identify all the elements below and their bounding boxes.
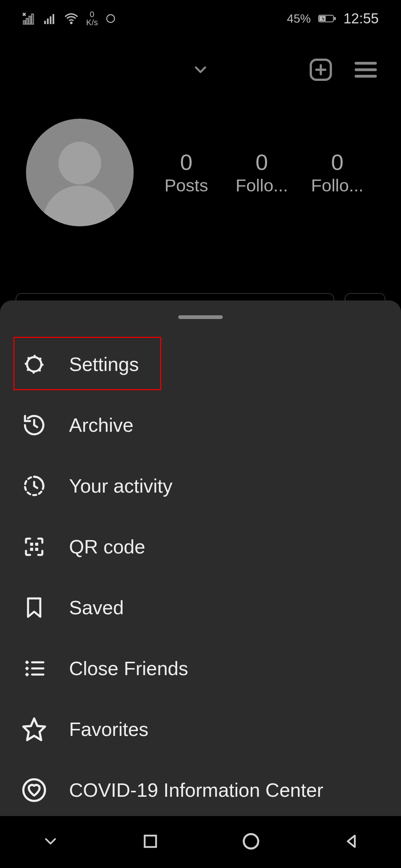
qr-code-icon xyxy=(21,533,48,560)
status-time: 12:55 xyxy=(343,11,379,27)
signal-nosim-icon xyxy=(22,12,36,25)
system-nav-bar xyxy=(0,816,401,868)
close-friends-icon xyxy=(21,655,48,682)
stat-count: 0 xyxy=(255,149,268,175)
stat-count: 0 xyxy=(180,149,192,175)
plus-square-icon xyxy=(307,56,334,83)
stat-label: Follo... xyxy=(311,175,363,195)
svg-point-36 xyxy=(244,834,258,849)
star-icon xyxy=(21,716,48,743)
chevron-down-icon xyxy=(191,60,210,79)
nav-recent-apps[interactable] xyxy=(142,833,159,851)
profile-summary: 0 Posts 0 Follo... 0 Follo... xyxy=(0,119,401,226)
circle-indicator-icon xyxy=(105,13,116,24)
hamburger-menu-button[interactable] xyxy=(353,57,379,84)
status-right: 45% 12:55 xyxy=(287,11,379,27)
menu-item-label: Close Friends xyxy=(69,657,188,680)
menu-item-label: Archive xyxy=(69,414,133,436)
stat-posts[interactable]: 0 Posts xyxy=(149,149,224,195)
svg-rect-1 xyxy=(26,19,28,24)
activity-icon xyxy=(21,473,48,499)
svg-marker-37 xyxy=(348,836,355,847)
battery-icon xyxy=(318,13,336,24)
triangle-left-icon xyxy=(343,833,360,850)
data-rate-value: 0 xyxy=(90,10,94,19)
avatar[interactable] xyxy=(26,119,134,226)
profile-stats: 0 Posts 0 Follo... 0 Follo... xyxy=(149,149,375,195)
svg-marker-27 xyxy=(25,660,29,664)
svg-rect-35 xyxy=(145,836,156,847)
data-rate-unit: K/s xyxy=(86,19,98,27)
svg-rect-26 xyxy=(35,548,38,551)
menu-item-settings[interactable]: Settings xyxy=(0,334,401,395)
status-left: 0 K/s xyxy=(22,10,116,27)
menu-item-label: Your activity xyxy=(69,475,172,497)
battery-percent: 45% xyxy=(287,12,311,26)
menu-item-your-activity[interactable]: Your activity xyxy=(0,456,401,516)
nav-back[interactable] xyxy=(343,833,360,851)
svg-rect-6 xyxy=(44,21,46,24)
signal-icon xyxy=(43,12,56,25)
menu-item-covid-info[interactable]: COVID-19 Information Center xyxy=(0,760,401,821)
menu-item-archive[interactable]: Archive xyxy=(0,395,401,456)
chevron-down-icon xyxy=(41,832,60,851)
svg-rect-0 xyxy=(23,21,25,24)
heart-circle-icon xyxy=(21,777,48,803)
status-bar: 0 K/s 45% 12:55 xyxy=(0,0,401,37)
username-dropdown[interactable] xyxy=(191,60,210,80)
svg-rect-14 xyxy=(334,17,336,20)
stat-label: Follo... xyxy=(235,175,288,195)
stat-count: 0 xyxy=(331,149,343,175)
svg-point-11 xyxy=(107,15,114,23)
svg-rect-3 xyxy=(32,14,34,24)
menu-item-label: Favorites xyxy=(69,718,149,740)
nav-home[interactable] xyxy=(241,832,261,852)
stat-followers[interactable]: 0 Follo... xyxy=(225,149,299,195)
svg-rect-8 xyxy=(50,16,52,24)
bookmark-icon xyxy=(21,594,48,621)
profile-header xyxy=(0,48,401,93)
menu-item-label: Saved xyxy=(69,596,124,619)
menu-item-label: Settings xyxy=(69,353,139,375)
svg-point-34 xyxy=(23,779,45,801)
menu-item-close-friends[interactable]: Close Friends xyxy=(0,638,401,699)
archive-icon xyxy=(21,412,48,438)
menu-item-qr-code[interactable]: QR code xyxy=(0,516,401,577)
svg-point-10 xyxy=(71,22,72,23)
svg-rect-24 xyxy=(35,543,38,546)
menu-item-label: COVID-19 Information Center xyxy=(69,779,323,801)
menu-item-saved[interactable]: Saved xyxy=(0,577,401,638)
nav-hide-keyboard[interactable] xyxy=(41,832,60,852)
stat-following[interactable]: 0 Follo... xyxy=(300,149,374,195)
create-button[interactable] xyxy=(307,56,334,85)
svg-rect-23 xyxy=(30,543,33,546)
menu-item-favorites[interactable]: Favorites xyxy=(0,699,401,760)
menu-item-label: QR code xyxy=(69,536,145,558)
menu-sheet: Settings Archive Your activity QR code xyxy=(0,300,401,816)
svg-marker-31 xyxy=(25,673,29,677)
stat-label: Posts xyxy=(164,175,208,195)
square-icon xyxy=(142,833,159,850)
svg-marker-33 xyxy=(23,719,45,740)
wifi-icon xyxy=(64,11,79,26)
circle-icon xyxy=(241,832,261,851)
gear-icon xyxy=(21,351,48,378)
data-rate: 0 K/s xyxy=(86,10,98,27)
svg-rect-25 xyxy=(30,548,33,551)
menu-icon xyxy=(353,57,379,83)
svg-marker-29 xyxy=(25,667,29,671)
svg-rect-9 xyxy=(53,14,55,24)
svg-rect-7 xyxy=(47,19,49,24)
svg-rect-2 xyxy=(29,16,31,24)
sheet-grabber[interactable] xyxy=(178,315,223,319)
